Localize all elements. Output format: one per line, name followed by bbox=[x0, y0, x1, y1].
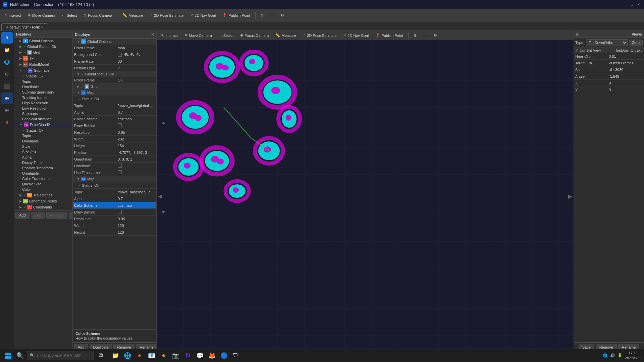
maximize-button[interactable]: □ bbox=[629, 2, 635, 7]
views-zero-button[interactable]: Zero bbox=[629, 40, 643, 46]
vp-interact-button[interactable]: ↖ Interact bbox=[158, 31, 181, 40]
publish-point-button[interactable]: 📍 Publish Point bbox=[219, 11, 253, 20]
vp-settings-button[interactable]: ⚙ bbox=[431, 31, 440, 40]
nav-goal-button[interactable]: ↗ 2D Nav Goal bbox=[187, 11, 219, 20]
axes-button[interactable]: ⊕ bbox=[258, 11, 267, 20]
taskbar-app-10[interactable]: 🔵 bbox=[219, 350, 229, 361]
scroll-right-arrow[interactable]: ▶ bbox=[567, 192, 574, 201]
right-panel-header: ⊞ Views bbox=[574, 31, 644, 38]
vp-select-button[interactable]: ▭ Select bbox=[216, 31, 237, 40]
color-scheme-description: How to color the occupancy values. bbox=[75, 336, 154, 340]
minimize-button[interactable]: — bbox=[623, 2, 628, 7]
vp-move-camera-button[interactable]: ✥ Move Camera bbox=[181, 31, 215, 40]
displays-close-button[interactable]: ✕ bbox=[151, 32, 154, 37]
taskbar-app-4[interactable]: 📧 bbox=[146, 350, 157, 361]
add-button-left[interactable]: Add bbox=[15, 212, 30, 219]
interact-button[interactable]: ↖ Interact bbox=[1, 11, 24, 20]
taskbar-app-9[interactable]: 🦊 bbox=[207, 350, 217, 361]
sidebar-item-landmark-poses[interactable]: ▶ LP Landmark Poses bbox=[14, 198, 72, 204]
volume-icon[interactable]: 🔊 bbox=[610, 353, 615, 358]
sidebar-item-grid[interactable]: ▶ ✓ ▦ Grid bbox=[14, 49, 72, 55]
taskbar-app-1[interactable]: 📁 bbox=[110, 350, 121, 361]
checkbox-icon[interactable] bbox=[118, 123, 122, 127]
title-bar-controls[interactable]: — □ ✕ bbox=[623, 2, 641, 7]
measure-button[interactable]: 📏 Measure bbox=[119, 11, 146, 20]
sidebar-item-constraints[interactable]: ▶ ✕ C Constraints bbox=[14, 204, 72, 210]
close-button[interactable]: ✕ bbox=[636, 2, 641, 7]
dup-button-left[interactable]: Dup bbox=[31, 212, 45, 219]
settings-button[interactable]: ⚙ bbox=[278, 11, 287, 20]
sidebar-icon-rviz2[interactable]: Rv bbox=[1, 93, 13, 104]
map1-position-row: Position -4.7077; -3.692; 0 bbox=[73, 149, 156, 156]
vp-measure-button[interactable]: 📏 Measure bbox=[272, 31, 299, 40]
taskbar-app-5[interactable]: ● bbox=[158, 350, 169, 361]
sidebar-item-trajectories[interactable]: ▶ ✕ Tr Trajectories bbox=[14, 192, 72, 198]
sidebar-item-pointcloud2[interactable]: ▼ PC PointCloud2 bbox=[14, 122, 72, 128]
sidebar-icon-red[interactable]: R bbox=[1, 117, 13, 128]
taskbar-app-8[interactable]: 💬 bbox=[195, 350, 205, 361]
vp-pose-estimate-button[interactable]: ↗ 2D Pose Estimate bbox=[300, 31, 339, 40]
global-status-section[interactable]: ▼ ✓ Global Status: Ok bbox=[73, 71, 156, 77]
sidebar-item-pc-size: Size (m) bbox=[14, 149, 72, 155]
taskbar-search-input[interactable] bbox=[37, 354, 90, 358]
remove-button-left[interactable]: Remove bbox=[46, 212, 67, 219]
sidebar-icon-globe[interactable]: 🌐 bbox=[1, 56, 13, 68]
focus-camera-button[interactable]: ⊕ Focus Camera bbox=[80, 11, 115, 20]
sidebar-icon-folder[interactable]: 📁 bbox=[1, 44, 13, 56]
sidebar-icon-terminal[interactable]: ⬛ bbox=[1, 80, 13, 92]
checkbox-icon[interactable] bbox=[118, 164, 122, 168]
vp-axes-button[interactable]: ⊕ bbox=[411, 31, 420, 40]
vp-minus-button[interactable]: — bbox=[420, 31, 430, 40]
sidebar-item-submaps[interactable]: ▼ ✓ SM Submaps bbox=[14, 67, 72, 73]
sidebar-icon-rviz[interactable]: R bbox=[1, 32, 13, 44]
vp-nav-goal-button[interactable]: ↗ 2D Nav Goal bbox=[340, 31, 372, 40]
x-label: X bbox=[574, 80, 607, 86]
start-button[interactable] bbox=[3, 350, 13, 361]
map2-color-scheme-value: costmap bbox=[116, 203, 156, 208]
global-options-section[interactable]: ▼ ● Global Options bbox=[73, 39, 156, 45]
grid-section[interactable]: ▶ ✓ ▦ Grid bbox=[73, 83, 156, 89]
vp-publish-point-button[interactable]: 📍 Publish Point bbox=[372, 31, 406, 40]
views-type-select[interactable]: TopDownOrtho Orbit (rviz) bbox=[586, 39, 628, 46]
move-camera-button[interactable]: ✥ Move Camera bbox=[25, 11, 58, 20]
taskbar-search[interactable]: 🔍 bbox=[27, 351, 94, 360]
current-view-section[interactable]: ▼ Current View TopDownOrtho ↓ bbox=[574, 48, 644, 53]
taskbar-time-value: 17:11 bbox=[625, 351, 641, 355]
rviz-canvas[interactable]: ◀ ▶ bbox=[157, 40, 574, 352]
taskbar-app-6[interactable]: 📷 bbox=[170, 350, 181, 361]
pose-estimate-button[interactable]: ↗ 2D Pose Estimate bbox=[147, 11, 186, 20]
sidebar-icon-rviz3[interactable]: Rv bbox=[1, 105, 13, 116]
sidebar-item-tf[interactable]: ▶ TF TF bbox=[14, 55, 72, 61]
minus-button[interactable]: — bbox=[267, 11, 277, 20]
sidebar-item-global-options[interactable]: ▶ ● Global Options bbox=[14, 38, 72, 44]
taskbar-app-2[interactable]: 🌐 bbox=[122, 350, 133, 361]
taskbar-app-7[interactable]: N bbox=[182, 350, 193, 361]
task-view-button[interactable]: ⧉ bbox=[95, 350, 106, 361]
checkbox-icon[interactable] bbox=[118, 210, 122, 214]
taskbar-app-3[interactable]: ● bbox=[134, 350, 145, 361]
sidebar-icon-settings[interactable]: ⚙ bbox=[1, 68, 13, 80]
battery-icon[interactable]: 🔋 bbox=[618, 353, 622, 358]
rviz-tab[interactable]: R default.rviz* - RViz ✕ bbox=[1, 23, 48, 31]
select-button[interactable]: ▭ Select bbox=[59, 11, 80, 20]
tab-bar: R default.rviz* - RViz ✕ bbox=[0, 21, 644, 31]
tab-close-button[interactable]: ✕ bbox=[41, 25, 44, 29]
vp-focus-camera-button[interactable]: ⊕ Focus Camera bbox=[237, 31, 272, 40]
network-icon[interactable]: 🌐 bbox=[603, 353, 607, 358]
map2-section-label: Map bbox=[87, 177, 94, 181]
rename-button-left[interactable]: Rename bbox=[69, 212, 73, 219]
map2-section[interactable]: ▼ M Map bbox=[73, 176, 156, 182]
taskbar-time[interactable]: 17:11 2022/5/22 bbox=[625, 351, 641, 360]
checkbox-icon[interactable] bbox=[118, 170, 122, 174]
map1-section[interactable]: ▼ M Map bbox=[73, 89, 156, 96]
displays-content: ▼ ● Global Options Fixed Frame map Backg… bbox=[73, 39, 156, 329]
taskbar-app-11[interactable]: 🛡 bbox=[231, 350, 241, 361]
sidebar-item-global-status[interactable]: ▶ ✓ Global Status: Ok bbox=[14, 44, 72, 49]
map1-width-label: Width bbox=[73, 136, 116, 142]
vp-measure-icon: 📏 bbox=[275, 33, 280, 38]
taskbar-date-value: 2022/5/22 bbox=[625, 356, 641, 360]
sidebar-item-robotmodel[interactable]: ▶ RM RobotModel bbox=[14, 61, 72, 67]
scroll-left-arrow[interactable]: ◀ bbox=[157, 192, 163, 201]
tf-icon: TF bbox=[23, 56, 28, 61]
search-taskbar-icon[interactable]: 🔍 bbox=[15, 350, 25, 361]
